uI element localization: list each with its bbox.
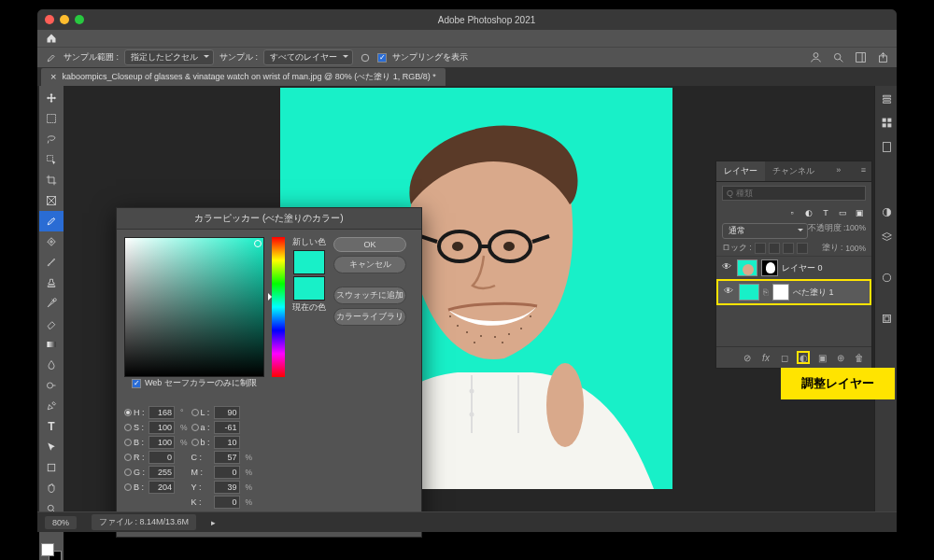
lasso-tool[interactable] xyxy=(39,129,64,149)
color-field[interactable] xyxy=(124,237,264,377)
filter-shape-icon[interactable]: ▭ xyxy=(836,206,849,219)
type-tool[interactable]: T xyxy=(39,416,64,437)
show-ring-checkbox[interactable]: ✓ xyxy=(377,53,387,63)
history-panel-icon[interactable] xyxy=(875,306,898,330)
a-input[interactable] xyxy=(214,421,240,434)
eraser-tool[interactable] xyxy=(39,314,64,334)
history-brush-tool[interactable] xyxy=(39,293,64,314)
stamp-tool[interactable] xyxy=(39,273,64,293)
g-radio[interactable] xyxy=(124,469,132,476)
search-icon[interactable] xyxy=(831,51,844,64)
panel-expand-icon[interactable]: » xyxy=(830,161,846,181)
link-layers-icon[interactable]: ⊘ xyxy=(741,351,754,364)
eyedropper-tool-icon[interactable] xyxy=(45,51,58,64)
bb-input[interactable] xyxy=(149,481,175,494)
layer-filter-input[interactable] xyxy=(722,186,866,201)
profile-icon[interactable] xyxy=(809,51,822,64)
move-tool[interactable] xyxy=(39,88,64,108)
sample-range-select[interactable]: 指定したピクセル xyxy=(124,49,214,65)
layer-thumbnail[interactable] xyxy=(737,259,757,276)
h-radio[interactable] xyxy=(124,409,132,416)
add-mask-icon[interactable]: ◻ xyxy=(778,351,791,364)
l-input[interactable] xyxy=(214,406,240,419)
visibility-toggle[interactable]: 👁 xyxy=(722,286,735,299)
color-library-button[interactable]: カラーライブラリ xyxy=(333,308,406,326)
document-tab[interactable]: × kaboompics_Closeup of glasses & vinata… xyxy=(41,68,446,86)
minimize-icon[interactable] xyxy=(60,15,69,24)
workspace-icon[interactable] xyxy=(854,51,867,64)
color-panel-icon[interactable] xyxy=(875,86,898,110)
layer-fx-icon[interactable]: fx xyxy=(759,351,772,364)
swatches-panel-icon[interactable] xyxy=(875,110,898,134)
r-radio[interactable] xyxy=(124,454,132,461)
l-radio[interactable] xyxy=(191,409,199,416)
cancel-button[interactable]: キャンセル xyxy=(333,256,406,273)
bv-radio[interactable] xyxy=(124,439,132,446)
adjustment-layer-icon[interactable]: ◐ xyxy=(797,351,810,364)
filter-pixel-icon[interactable]: ▫ xyxy=(785,206,799,219)
tab-channels[interactable]: チャンネル xyxy=(765,161,822,181)
layer-mask-thumbnail[interactable] xyxy=(761,259,778,276)
s-radio[interactable] xyxy=(124,424,132,431)
brush-tool[interactable] xyxy=(39,252,64,273)
lock-pixels-icon[interactable] xyxy=(755,243,766,254)
status-expand-icon[interactable]: ▸ xyxy=(211,518,216,527)
filter-adjust-icon[interactable]: ◐ xyxy=(802,206,815,219)
frame-tool[interactable] xyxy=(39,190,64,211)
websafe-checkbox[interactable]: ✓ xyxy=(132,379,141,388)
y-input[interactable] xyxy=(214,481,240,494)
shape-tool[interactable] xyxy=(39,457,64,478)
marquee-tool[interactable] xyxy=(39,108,64,129)
filter-type-icon[interactable]: T xyxy=(819,206,832,219)
m-input[interactable] xyxy=(214,466,240,479)
hue-slider[interactable] xyxy=(272,237,285,377)
h-input[interactable] xyxy=(149,406,175,419)
g-input[interactable] xyxy=(149,466,175,479)
add-swatch-button[interactable]: スウォッチに追加 xyxy=(333,287,406,304)
delete-layer-icon[interactable]: 🗑 xyxy=(853,351,866,364)
layer-row-1[interactable]: 👁 ⎘ べた塗り 1 xyxy=(716,279,871,305)
filter-smart-icon[interactable]: ▣ xyxy=(853,206,866,219)
fg-color-swatch[interactable] xyxy=(41,543,54,556)
layer-mask-thumbnail[interactable] xyxy=(772,284,789,301)
s-input[interactable] xyxy=(149,421,175,434)
blur-tool[interactable] xyxy=(39,355,64,375)
healing-tool[interactable] xyxy=(39,231,64,252)
object-select-tool[interactable] xyxy=(39,149,64,170)
dodge-tool[interactable] xyxy=(39,375,64,396)
a-radio[interactable] xyxy=(191,424,199,431)
sample-ring-icon[interactable] xyxy=(359,51,372,64)
b-input[interactable] xyxy=(214,436,240,449)
zoom-icon[interactable] xyxy=(75,15,84,24)
crop-tool[interactable] xyxy=(39,170,64,190)
blend-mode-select[interactable]: 通常 xyxy=(722,223,808,239)
bb-radio[interactable] xyxy=(124,483,132,491)
zoom-level[interactable]: 80% xyxy=(45,516,77,529)
eyedropper-tool[interactable] xyxy=(39,211,64,231)
new-group-icon[interactable]: ▣ xyxy=(815,351,828,364)
home-icon[interactable] xyxy=(45,32,58,45)
lock-all-icon[interactable] xyxy=(797,243,808,254)
lock-artboard-icon[interactable] xyxy=(783,243,794,254)
ok-button[interactable]: OK xyxy=(333,237,406,252)
share-icon[interactable] xyxy=(876,51,889,64)
libraries-panel-icon[interactable] xyxy=(875,134,898,159)
hand-tool[interactable] xyxy=(39,478,64,498)
k-input[interactable] xyxy=(214,496,240,509)
opacity-value[interactable]: 100% xyxy=(845,223,866,239)
close-icon[interactable] xyxy=(45,15,54,24)
fill-layer-thumbnail[interactable] xyxy=(739,284,759,301)
sample-select[interactable]: すべてのレイヤー xyxy=(263,49,353,65)
layers-panel-icon[interactable] xyxy=(875,224,898,248)
new-layer-icon[interactable]: ⊕ xyxy=(834,351,847,364)
layer-row-0[interactable]: 👁 レイヤー 0 xyxy=(716,256,871,279)
panel-menu-icon[interactable]: ≡ xyxy=(856,161,871,181)
b-radio[interactable] xyxy=(191,439,199,446)
properties-panel-icon[interactable] xyxy=(875,265,898,289)
c-input[interactable] xyxy=(214,451,240,464)
bv-input[interactable] xyxy=(149,436,175,449)
tab-layers[interactable]: レイヤー xyxy=(716,161,765,181)
fill-value[interactable]: 100% xyxy=(845,244,866,253)
adjustments-panel-icon[interactable] xyxy=(875,200,898,224)
color-swatches[interactable] xyxy=(41,543,62,560)
